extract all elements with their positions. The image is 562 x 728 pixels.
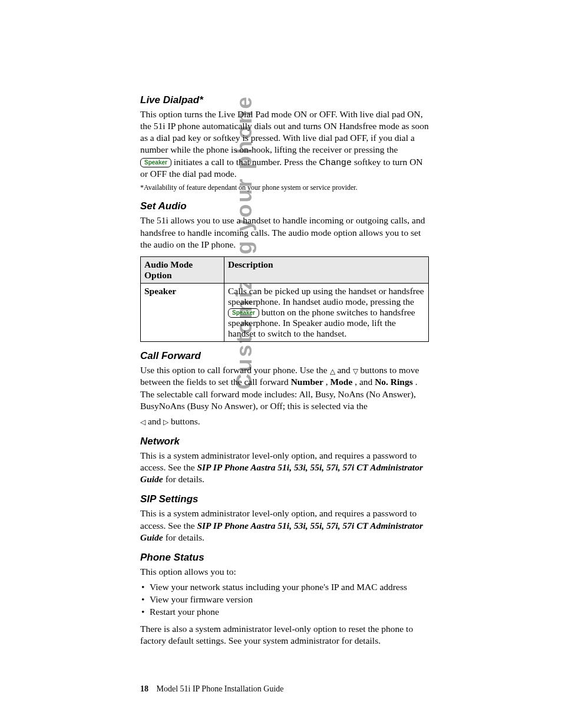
network-paragraph: This is a system administrator level-onl… xyxy=(140,450,429,485)
heading-call-forward: Call Forward xyxy=(140,350,429,362)
call-forward-paragraph-1: Use this option to call forward your pho… xyxy=(140,364,429,412)
call-forward-paragraph-2: ◁ and ▷ buttons. xyxy=(140,416,429,427)
change-softkey-label: Change xyxy=(319,157,352,167)
col-header-option: Audio Mode Option xyxy=(141,256,224,283)
text: for details. xyxy=(166,532,204,542)
field-mode: Mode xyxy=(330,377,352,387)
cell-option: Speaker xyxy=(141,283,224,341)
phone-status-outro: There is also a system administrator lev… xyxy=(140,623,429,647)
heading-sip-settings: SIP Settings xyxy=(140,493,429,505)
page-content: Live Dialpad* This option turns the Live… xyxy=(140,94,429,650)
cell-description: Calls can be picked up using the handset… xyxy=(224,283,429,341)
right-arrow-icon: ▷ xyxy=(163,419,168,426)
page-footer: 18 Model 51i IP Phone Installation Guide xyxy=(140,684,284,694)
sip-paragraph: This is a system administrator level-onl… xyxy=(140,508,429,543)
list-item: View your network status including your … xyxy=(140,581,429,594)
text: initiates a call to that number. Press t… xyxy=(174,157,319,167)
list-item: View your firmware version xyxy=(140,594,429,606)
up-arrow-icon: △ xyxy=(330,368,335,375)
col-header-description: Description xyxy=(224,256,429,283)
field-number: Number xyxy=(291,377,323,387)
page-number: 18 xyxy=(140,684,148,693)
list-item: Restart your phone xyxy=(140,606,429,618)
footer-title: Model 51i IP Phone Installation Guide xyxy=(157,684,284,693)
live-dialpad-paragraph: This option turns the Live Dial Pad mode… xyxy=(140,108,429,180)
phone-status-intro: This option allows you to: xyxy=(140,566,429,578)
text: , and xyxy=(355,377,375,387)
down-arrow-icon: ▽ xyxy=(353,368,358,375)
field-no-rings: No. Rings xyxy=(375,377,413,387)
speaker-button-icon: Speaker xyxy=(140,158,171,167)
text: buttons. xyxy=(171,416,200,426)
table-row: Speaker Calls can be picked up using the… xyxy=(141,283,429,341)
text: and xyxy=(337,365,352,375)
audio-mode-table: Audio Mode Option Description Speaker Ca… xyxy=(140,256,429,342)
text: This option turns the Live Dial Pad mode… xyxy=(140,109,429,154)
text: Use this option to call forward your pho… xyxy=(140,365,330,375)
heading-phone-status: Phone Status xyxy=(140,552,429,564)
table-header-row: Audio Mode Option Description xyxy=(141,256,429,283)
text: Calls can be picked up using the handset… xyxy=(228,286,424,307)
set-audio-intro: The 51i allows you to use a handset to h… xyxy=(140,215,429,250)
text: for details. xyxy=(166,474,204,484)
text: and xyxy=(148,416,163,426)
heading-set-audio: Set Audio xyxy=(140,200,429,212)
speaker-button-icon: Speaker xyxy=(228,308,259,318)
left-arrow-icon: ◁ xyxy=(140,419,146,426)
live-dialpad-footnote: *Availability of feature dependant on yo… xyxy=(140,183,429,193)
phone-status-list: View your network status including your … xyxy=(140,581,429,618)
heading-network: Network xyxy=(140,436,429,447)
heading-live-dialpad: Live Dialpad* xyxy=(140,94,429,106)
